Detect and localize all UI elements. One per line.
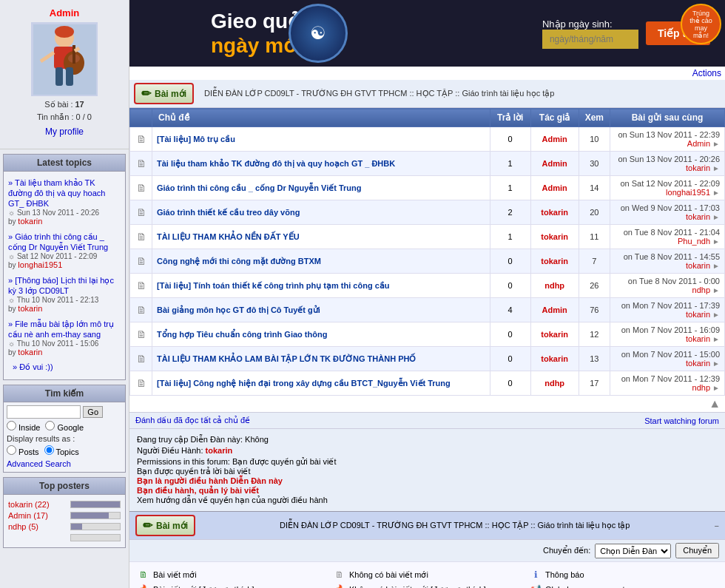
author-link[interactable]: tokarin (18, 217, 42, 226)
poster-link[interactable]: Admin (17) (8, 511, 67, 520)
author-link[interactable]: tokarin (18, 348, 42, 356)
author-link[interactable]: ndhp (544, 281, 564, 290)
author-link[interactable]: ndhp (544, 379, 564, 388)
bottom-new-post-button[interactable]: ✏ Bài mới (135, 515, 195, 536)
author-link[interactable]: Admin (542, 159, 567, 168)
topic-link[interactable]: [Tài liệu] Tính toán thiết kế công trình… (157, 281, 390, 290)
list-item: tokarin (22) (8, 500, 121, 509)
table-row: 🗎 Công nghệ mới thi công mặt đường BTXM … (130, 249, 725, 274)
topic-link[interactable]: » File mẫu bài tập lớn mô trụ cầu nè anh… (8, 320, 114, 339)
search-title: Tìm kiếm (4, 385, 125, 402)
last-post-cell: on Tue 8 Nov 2011 - 14:55tokarin ► (610, 249, 725, 274)
views-cell: 20 (579, 200, 610, 225)
poster-link[interactable] (8, 533, 67, 542)
topic-link[interactable]: Tổng hợp Tiêu chuẩn công trình Giao thôn… (157, 330, 327, 339)
no-new-hot-icon: 🔥 (333, 583, 346, 588)
last-author-link[interactable]: tokarin (686, 359, 710, 368)
inside-radio[interactable] (7, 421, 16, 430)
topic-icon-cell: 🗎 (130, 152, 152, 176)
last-author-link[interactable]: longhai1951 (666, 188, 710, 197)
scroll-up-button[interactable]: ▲ (709, 397, 721, 410)
birthday-input[interactable] (542, 30, 638, 49)
posts-radio[interactable] (7, 445, 16, 455)
list-item: » Giáo trình thi công cầu _ cống Dr Nguy… (8, 232, 121, 269)
last-author-link[interactable]: Admin (687, 139, 710, 148)
last-author-link[interactable]: tokarin (686, 212, 710, 221)
author-link[interactable]: Admin (542, 305, 567, 314)
topic-link[interactable]: Công nghệ mới thi công mặt đường BTXM (157, 257, 321, 266)
last-author-link[interactable]: tokarin (686, 310, 710, 319)
topic-icon-cell: 🗎 (130, 127, 152, 152)
bottom-toolbar: ✏ Bài mới DIỄN ĐÀN LỚP CD09LT - TRƯỜNG Đ… (129, 511, 725, 539)
my-profile-link[interactable]: My profile (4, 126, 125, 137)
advanced-search-link[interactable]: Advanced Search (7, 459, 71, 468)
last-author-link[interactable]: tokarin (686, 334, 710, 343)
admin-link[interactable]: tokarin (206, 446, 233, 455)
poster-link[interactable]: ndhp (5) (8, 522, 67, 531)
search-form: Go Inside Google Display results as : Po… (4, 402, 125, 472)
topic-link[interactable]: Tài liệu tham khảo TK đường đô thị và qu… (157, 159, 395, 168)
pen-icon-bottom: ✏ (143, 518, 152, 533)
google-radio[interactable] (45, 421, 55, 430)
banner: ☯ Gieo quẻ ngày mới! Nhập ngày sinh: Tiế… (129, 0, 725, 67)
new-post-button[interactable]: ✏ Bài mới (134, 83, 194, 104)
topic-link[interactable]: [Tài liệu] Công nghệ hiện đại trong xây … (157, 379, 451, 388)
topic-link[interactable]: Giáo trình thi công cầu _ cống Dr Nguyễn… (157, 183, 362, 192)
author-link[interactable]: tokarin (541, 208, 568, 217)
topic-meta: ☼ Sat 12 Nov 2011 - 22:09by longhai1951 (8, 252, 121, 269)
topic-link[interactable]: TÀI LIỆU THAM KHẢO LAM BÀI TẬP LỚN TK ĐƯ… (157, 354, 416, 363)
author-link[interactable]: tokarin (541, 330, 568, 339)
topic-icon-cell: 🗎 (130, 249, 152, 274)
list-item: 📢 Global announcement (529, 583, 718, 588)
last-author-link[interactable]: ndhp (692, 383, 710, 392)
topic-link[interactable]: [Tài liệu] Mô trụ cầu (157, 135, 235, 143)
author-link[interactable]: longhai1951 (18, 260, 62, 269)
topic-link[interactable]: » Giáo trình thi công cầu _ cống Dr Nguy… (8, 232, 108, 251)
mark-all-link[interactable]: Đánh dấu đã đọc tất cả chủ đề (135, 416, 250, 425)
poster-bar (71, 524, 82, 530)
author-link[interactable]: Admin (542, 183, 567, 192)
legend-label: Không có bài viết mới (349, 570, 428, 580)
topics-radio[interactable] (44, 445, 54, 455)
author-link[interactable]: tokarin (541, 257, 568, 266)
author-link[interactable]: tokarin (18, 304, 42, 313)
poster-bar-wrap (70, 501, 121, 508)
topic-link[interactable]: » [Thông báo] Lịch thi lại học kỳ 3 lớp … (8, 276, 114, 295)
search-go-button[interactable]: Go (83, 406, 103, 418)
jump-button[interactable]: Chuyển (675, 543, 719, 558)
jump-select[interactable]: Chọn Diễn Đàn (595, 544, 671, 558)
list-item: 🗎 Bài viết mới (137, 568, 326, 581)
table-row: 🗎 [Tài liệu] Công nghệ hiện đại trong xâ… (130, 371, 725, 396)
replies-cell: 0 (490, 249, 530, 274)
topic-link[interactable]: Giáo trình thiết kế cầu treo dây võng (157, 208, 300, 217)
table-row: 🗎 TÀI LIỆU THAM KHẢO LAM BÀI TẬP LỚN TK … (130, 347, 725, 371)
watch-forum-link[interactable]: Start watching forum (644, 416, 719, 425)
author-link[interactable]: Admin (542, 135, 567, 143)
last-author-link[interactable]: tokarin (686, 163, 710, 172)
topic-link[interactable]: Bài giảng môn học GT đô thị Cô Tuyết gửi (157, 305, 320, 314)
search-input[interactable] (7, 405, 81, 419)
list-item: ℹ Thông báo (529, 568, 718, 581)
author-cell: Admin (530, 176, 579, 200)
author-link[interactable]: tokarin (541, 232, 568, 241)
author-link[interactable]: tokarin (541, 354, 568, 363)
actions-bar: Actions (129, 67, 725, 80)
author-cell: tokarin (530, 225, 579, 249)
last-author-link[interactable]: Phu_ndh (678, 237, 710, 246)
topic-subject-cell: Giáo trình thiết kế cầu treo dây võng (152, 200, 490, 225)
poster-link[interactable]: tokarin (22) (8, 500, 67, 509)
replies-cell: 0 (490, 322, 530, 347)
last-author-link[interactable]: ndhp (692, 285, 710, 294)
display-results-label: Display results as : (7, 434, 122, 443)
views-cell: 10 (579, 127, 610, 152)
goto-icon: ► (712, 262, 720, 270)
topic-link[interactable]: TÀI LIỆU THAM KHẢO NỀN ĐẤT YẾU (157, 232, 300, 241)
do-vui-link[interactable]: » Đồ vui :)) (13, 362, 116, 372)
legend-label: Thông báo (545, 570, 584, 579)
last-author-link[interactable]: tokarin (686, 261, 710, 270)
topic-link[interactable]: » Tài liệu tham khảo TK đường đô thị và … (8, 178, 105, 208)
goto-icon: ► (712, 359, 720, 368)
actions-link[interactable]: Actions (692, 68, 721, 78)
replies-cell: 2 (490, 200, 530, 225)
author-cell: tokarin (530, 322, 579, 347)
